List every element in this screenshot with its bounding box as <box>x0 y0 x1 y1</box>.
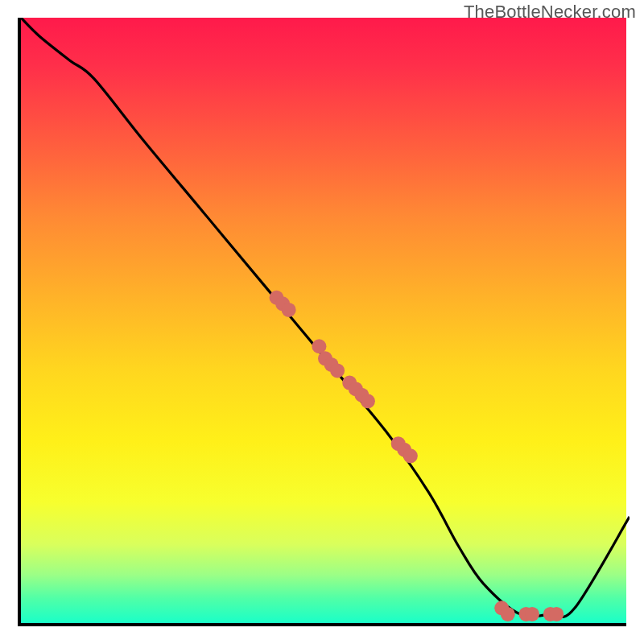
data-point <box>403 448 418 463</box>
plot-area <box>18 18 626 626</box>
watermark-text: TheBottleNecker.com <box>464 2 636 23</box>
curve-line <box>21 18 630 617</box>
data-point <box>525 607 539 621</box>
data-point <box>330 363 345 378</box>
data-point <box>549 607 564 621</box>
data-point <box>501 607 515 621</box>
curve-markers <box>270 291 564 621</box>
chart-overlay <box>21 18 630 626</box>
data-point <box>282 303 296 317</box>
chart-container: TheBottleNecker.com <box>0 0 644 644</box>
data-point <box>361 394 375 408</box>
